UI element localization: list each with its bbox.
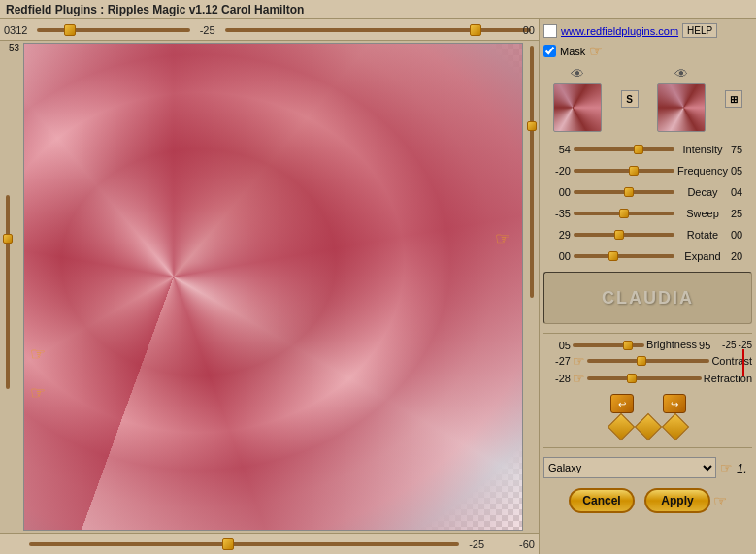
canvas-area: 0312 -25 00 -53 (0, 19, 539, 554)
sweep-slider-row: -35 Sweep 25 (543, 204, 752, 223)
pointer-cursor-icon2: ☞ (30, 343, 46, 365)
top-h-slider-track[interactable] (37, 28, 190, 32)
swirl-image: ☞ ☞ ☞ (24, 44, 522, 530)
brightness-thumb[interactable] (623, 341, 633, 350)
top-slider-bar: 0312 -25 00 (0, 19, 539, 41)
brightness-right2: -25 (722, 340, 736, 350)
refraction-thumb[interactable] (627, 374, 637, 383)
contrast-left-val: -27 (543, 355, 571, 367)
brightness-right3: -25 (739, 340, 752, 350)
help-button[interactable]: HELP (682, 23, 717, 38)
expand-track[interactable] (574, 254, 674, 258)
intensity-track[interactable] (574, 147, 674, 151)
bottom-slider-right-val: -60 (519, 538, 535, 550)
expand-right-val: 20 (731, 250, 752, 262)
brightness-left-val: 05 (543, 340, 571, 351)
preview-swirl-left[interactable] (553, 83, 602, 132)
rotate-thumb[interactable] (614, 230, 624, 240)
mask-checkbox[interactable] (543, 45, 556, 57)
left-v-slider-thumb[interactable] (3, 234, 13, 244)
claudia-panel: CLAUDIA (543, 272, 752, 324)
frequency-right-val: 05 (731, 165, 752, 177)
contrast-track[interactable] (587, 359, 709, 363)
top-h-slider-thumb2[interactable] (470, 24, 481, 36)
refraction-left-val: -28 (543, 373, 571, 384)
s-button[interactable]: S (621, 90, 639, 108)
intensity-thumb[interactable] (634, 145, 643, 154)
contrast-row: -27 ☞ Contrast (543, 353, 752, 369)
top-h-slider-thumb[interactable] (64, 24, 76, 36)
top-slider-right-val: 00 (523, 24, 535, 36)
separator2 (543, 447, 752, 448)
arrow-left-btn[interactable]: ↩ (610, 394, 634, 413)
decay-thumb[interactable] (624, 187, 634, 197)
top-checkbox[interactable] (543, 24, 557, 38)
diamond-btn-right[interactable] (661, 413, 688, 440)
cancel-button[interactable]: Cancel (569, 488, 635, 513)
intensity-slider-row: 54 Intensity 75 (543, 140, 752, 159)
bottom-h-slider-thumb[interactable] (222, 538, 234, 550)
rotate-label: Rotate (677, 229, 728, 241)
expand-thumb[interactable] (608, 251, 618, 261)
sweep-label: Sweep (677, 208, 728, 219)
apply-pointer-icon: ☞ (713, 492, 727, 510)
arrow-top-row: ↩ ↪ (610, 394, 686, 413)
frequency-label: Frequency (677, 165, 728, 177)
separator1 (543, 333, 752, 334)
site-link[interactable]: www.redfieldplugins.com (561, 25, 678, 37)
right-v-slider-track[interactable] (530, 46, 534, 298)
preview-swirl-right[interactable] (657, 83, 706, 132)
refraction-row: -28 ☞ Refraction (543, 371, 752, 386)
frequency-slider-row: -20 Frequency 05 (543, 161, 752, 180)
decay-track[interactable] (574, 190, 674, 194)
bottom-h-slider-track[interactable] (29, 542, 459, 546)
arrow-right-btn[interactable]: ↪ (663, 394, 686, 413)
frequency-thumb[interactable] (629, 166, 639, 176)
right-v-slider-thumb[interactable] (527, 121, 537, 131)
title-bar: Redfield Plugins : Ripples Magic v1.12 C… (0, 0, 756, 19)
refraction-track[interactable] (587, 376, 702, 380)
decay-right-val: 04 (731, 186, 752, 198)
button-row: Cancel Apply ☞ (543, 488, 752, 513)
mask-pointer-icon: ☞ (589, 42, 603, 60)
apply-button[interactable]: Apply (644, 488, 710, 513)
mask-row: Mask ☞ (543, 42, 752, 60)
sweep-right-val: 25 (731, 208, 752, 219)
rotate-right-val: 00 (731, 229, 752, 241)
canvas-with-sliders: -53 ☞ ☞ ☞ (0, 41, 539, 533)
frequency-track[interactable] (574, 169, 674, 173)
diamond-btn-left[interactable] (607, 413, 634, 440)
mask-label: Mask (560, 46, 585, 57)
contrast-thumb[interactable] (637, 356, 646, 366)
left-v-slider-track[interactable] (6, 195, 10, 389)
claudia-label: CLAUDIA (602, 288, 694, 309)
refraction-pointer-icon: ☞ (573, 371, 585, 386)
preset-select[interactable]: Galaxy (543, 457, 716, 478)
pointer-cursor-icon: ☞ (495, 228, 510, 249)
expand-slider-row: 00 Expand 20 (543, 246, 752, 266)
diamond-btn-center[interactable] (634, 413, 661, 440)
intensity-label: Intensity (677, 144, 728, 155)
frequency-left-val: -20 (543, 165, 571, 177)
app-title: Redfield Plugins : Ripples Magic v1.12 C… (6, 3, 304, 16)
rotate-slider-row: 29 Rotate 00 (543, 225, 752, 244)
sweep-thumb[interactable] (619, 209, 629, 218)
top-slider-mid-val: -25 (200, 24, 215, 36)
right-side-thumb (525, 41, 539, 533)
preview-row: 👁 S 👁 ⊞ (543, 66, 752, 132)
nav-arrows: ↩ ↪ (543, 394, 752, 437)
rotate-track[interactable] (574, 233, 674, 237)
brightness-track[interactable] (573, 343, 644, 347)
dropdown-row: Galaxy ☞ 1. (543, 457, 752, 478)
s-button2[interactable]: ⊞ (725, 90, 742, 108)
rp-top-links: www.redfieldplugins.com HELP (543, 23, 752, 38)
decay-left-val: 00 (543, 186, 571, 198)
preset-pointer-icon: ☞ (720, 460, 733, 475)
sweep-track[interactable] (574, 212, 674, 215)
left-val-top: -53 (6, 43, 19, 53)
sweep-left-val: -35 (543, 208, 571, 219)
top-h-slider-track2[interactable] (225, 28, 531, 32)
brightness-label: Brightness (646, 339, 697, 350)
swirl-overlay (24, 44, 522, 530)
preset-number: 1. (737, 461, 752, 475)
